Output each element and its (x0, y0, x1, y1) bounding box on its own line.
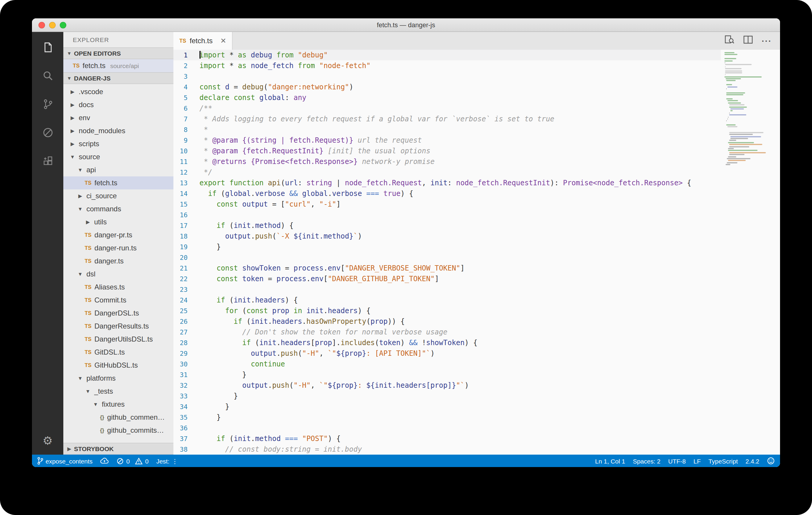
tree-item-GitDSL.ts[interactable]: TSGitDSL.ts (63, 346, 173, 359)
code-line-1[interactable]: 1import * as debug from "debug" (173, 50, 721, 60)
code-line-35[interactable]: 35 } (173, 412, 721, 423)
line-number: 32 (173, 381, 199, 391)
section-storybook[interactable]: ▶ STORYBOOK (63, 443, 173, 455)
section-open-editors[interactable]: ▼ OPEN EDITORS (63, 47, 173, 59)
code-editor[interactable]: 1import * as debug from "debug"2import *… (173, 50, 780, 455)
code-line-7[interactable]: 7 * Adds logging to every fetch request … (173, 114, 721, 124)
tree-item-commands[interactable]: ▼commands (63, 202, 173, 216)
code-line-18[interactable]: 18 output.push(`-X ${init.method}`) (173, 231, 721, 241)
code-line-23[interactable]: 23 (173, 284, 721, 295)
tree-item-.vscode[interactable]: ▶.vscode (63, 85, 173, 98)
tree-item-danger.ts[interactable]: TSdanger.ts (63, 255, 173, 267)
code-line-12[interactable]: 12 */ (173, 167, 721, 178)
code-line-24[interactable]: 24 if (init.headers) { (173, 295, 721, 306)
tree-item-DangerUtilsDSL.ts[interactable]: TSDangerUtilsDSL.ts (63, 333, 173, 346)
status-git-branch[interactable]: expose_contents (37, 457, 93, 465)
zoom-button[interactable] (60, 22, 66, 28)
code-line-13[interactable]: 13export function api(url: string | node… (173, 178, 721, 188)
tab-fetch-ts[interactable]: TS fetch.ts ✕ (173, 32, 233, 50)
status-eol[interactable]: LF (694, 457, 701, 464)
code-line-5[interactable]: 5declare const global: any (173, 92, 721, 103)
code-line-2[interactable]: 2import * as node_fetch from "node-fetch… (173, 60, 721, 71)
code-line-16[interactable]: 16 (173, 209, 721, 220)
tree-item-danger-run.ts[interactable]: TSdanger-run.ts (63, 241, 173, 255)
activitybar-explorer[interactable] (32, 34, 63, 63)
tree-item-source[interactable]: ▼source (63, 150, 173, 163)
code-line-11[interactable]: 11 * @returns {Promise<fetch.Response>} … (173, 156, 721, 167)
code-line-6[interactable]: 6/** (173, 103, 721, 114)
tree-item-dsl[interactable]: ▼dsl (63, 267, 173, 281)
tree-item-utils[interactable]: ▶utils (63, 216, 173, 228)
close-tab-icon[interactable]: ✕ (220, 37, 226, 45)
feedback-smiley-icon[interactable] (767, 457, 775, 465)
code-line-3[interactable]: 3 (173, 71, 721, 82)
status-sync[interactable] (100, 458, 109, 464)
code-line-9[interactable]: 9 * @param {(string | fetch.Request)} ur… (173, 135, 721, 146)
tree-item-github_commits-[interactable]: {}github_commits… (63, 424, 173, 437)
code-line-19[interactable]: 19 } (173, 241, 721, 252)
tree-item-danger-pr.ts[interactable]: TSdanger-pr.ts (63, 228, 173, 241)
status-language[interactable]: TypeScript (708, 457, 738, 464)
code-line-32[interactable]: 32 output.push("-H", `"${prop}: ${init.h… (173, 380, 721, 391)
status-cursor-position[interactable]: Ln 1, Col 1 (595, 457, 625, 464)
code-line-28[interactable]: 28 if (init.headers[prop].includes(token… (173, 337, 721, 348)
status-jest[interactable]: Jest: ⋮ (156, 457, 178, 464)
code-line-38[interactable]: 38 // const body:string = init.body (173, 444, 721, 455)
code-line-15[interactable]: 15 const output = ["curl", "-i"] (173, 199, 721, 209)
activitybar-search[interactable] (32, 63, 63, 91)
code-line-36[interactable]: 36 (173, 423, 721, 433)
tree-item-node_modules[interactable]: ▶node_modules (63, 124, 173, 137)
split-editor-icon[interactable] (743, 35, 753, 46)
code-line-31[interactable]: 31 } (173, 369, 721, 380)
activitybar-settings[interactable]: ⚙ (32, 426, 63, 455)
search-editor-icon[interactable] (724, 35, 734, 47)
status-problems[interactable]: 0 0 (117, 457, 149, 464)
tree-item-DangerResults.ts[interactable]: TSDangerResults.ts (63, 320, 173, 333)
titlebar[interactable]: fetch.ts — danger-js (32, 18, 780, 32)
tree-item-env[interactable]: ▶env (63, 111, 173, 124)
line-number: 11 (173, 157, 199, 168)
code-line-21[interactable]: 21 const showToken = process.env["DANGER… (173, 263, 721, 274)
code-line-25[interactable]: 25 for (const prop in init.headers) { (173, 306, 721, 316)
status-indentation[interactable]: Spaces: 2 (633, 457, 661, 464)
code-line-22[interactable]: 22 const token = process.env["DANGER_GIT… (173, 274, 721, 284)
minimap[interactable] (724, 52, 773, 166)
status-encoding[interactable]: UTF-8 (668, 457, 686, 464)
code-line-8[interactable]: 8 * (173, 124, 721, 135)
code-line-10[interactable]: 10 * @param {fetch.RequestInit} [init] t… (173, 146, 721, 156)
tree-item-fixtures[interactable]: ▼fixtures (63, 398, 173, 411)
code-line-26[interactable]: 26 if (init.headers.hasOwnProperty(prop)… (173, 316, 721, 327)
tree-item-Commit.ts[interactable]: TSCommit.ts (63, 294, 173, 307)
tree-item-scripts[interactable]: ▶scripts (63, 137, 173, 150)
close-button[interactable] (38, 22, 45, 28)
tree-item-github_commen-[interactable]: {}github_commen… (63, 411, 173, 424)
activitybar-source-control[interactable] (32, 91, 63, 120)
code-line-20[interactable]: 20 (173, 252, 721, 263)
tree-item-docs[interactable]: ▶docs (63, 98, 173, 111)
tree-item-Aliases.ts[interactable]: TSAliases.ts (63, 281, 173, 294)
tree-item-platforms[interactable]: ▼platforms (63, 372, 173, 385)
tree-item-fetch.ts[interactable]: TSfetch.ts (63, 176, 173, 190)
tree-item-_tests[interactable]: ▼_tests (63, 385, 173, 398)
code-line-17[interactable]: 17 if (init.method) { (173, 220, 721, 231)
code-line-33[interactable]: 33 } (173, 391, 721, 401)
tree-item-DangerDSL.ts[interactable]: TSDangerDSL.ts (63, 307, 173, 320)
code-line-14[interactable]: 14 if (global.verbose && global.verbose … (173, 188, 721, 199)
chevron-down-icon: ▼ (77, 206, 83, 212)
code-line-34[interactable]: 34 } (173, 401, 721, 412)
code-line-4[interactable]: 4const d = debug("danger:networking") (173, 82, 721, 92)
tree-item-GitHubDSL.ts[interactable]: TSGitHubDSL.ts (63, 359, 173, 372)
more-actions-icon[interactable]: ··· (762, 38, 772, 44)
open-editor-item-fetch-ts[interactable]: TS fetch.ts source/api (63, 59, 173, 72)
tree-item-api[interactable]: ▼api (63, 163, 173, 176)
code-line-37[interactable]: 37 if (init.method === "POST") { (173, 433, 721, 444)
section-danger-js[interactable]: ▼ DANGER-JS (63, 72, 173, 84)
activitybar-debug[interactable] (32, 120, 63, 148)
tree-item-ci_source[interactable]: ▶ci_source (63, 190, 173, 202)
activitybar-extensions[interactable] (32, 148, 63, 176)
code-line-27[interactable]: 27 // Don't show the token for normal ve… (173, 327, 721, 337)
minimize-button[interactable] (49, 22, 56, 28)
status-extension-version[interactable]: 2.4.2 (746, 457, 759, 464)
code-line-29[interactable]: 29 output.push("-H", `"${prop}: [API TOK… (173, 348, 721, 359)
code-line-30[interactable]: 30 continue (173, 359, 721, 369)
